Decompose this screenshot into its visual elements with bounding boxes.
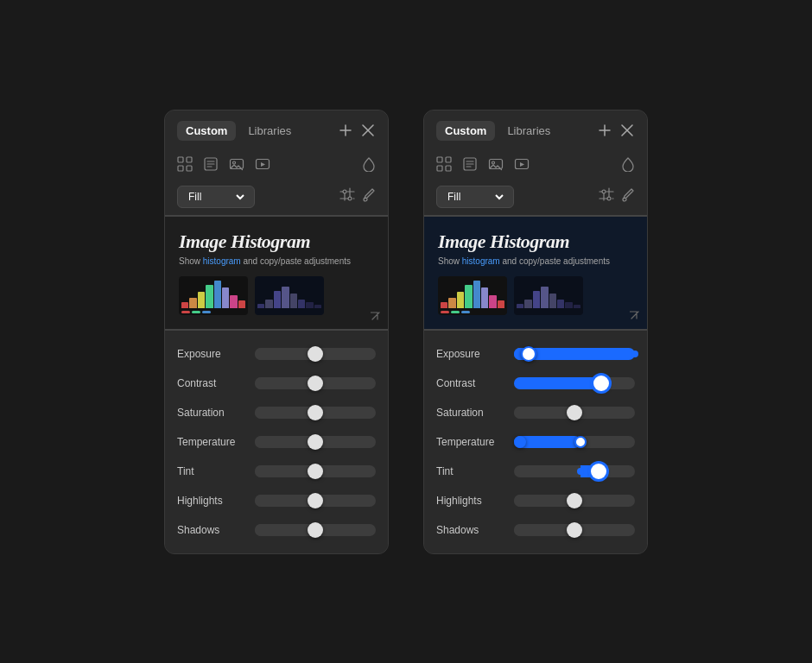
adjust-icon[interactable] — [339, 187, 355, 206]
left-toolbar — [165, 151, 388, 180]
left-preview-wrapper: Image Histogram Show histogram and copy/… — [165, 217, 388, 329]
right-corner-icon — [630, 308, 640, 324]
left-tab-libraries[interactable]: Libraries — [239, 121, 300, 141]
fill-dropdown[interactable]: Fill Stroke — [185, 190, 247, 204]
right-shadows-row: Shadows — [436, 515, 635, 545]
right-eyedropper-icon[interactable] — [621, 187, 635, 206]
panels-container: Custom Libraries — [164, 110, 648, 554]
right-water-icon — [621, 156, 635, 175]
svg-rect-2 — [178, 166, 183, 171]
right-panel: Custom Libraries — [423, 110, 648, 554]
right-adjust-icon[interactable] — [599, 187, 614, 206]
left-panel: Custom Libraries — [164, 110, 389, 554]
left-header-actions — [338, 123, 376, 138]
right-fill-dropdown[interactable]: Fill Stroke — [444, 190, 506, 204]
left-exposure-slider[interactable] — [255, 345, 376, 363]
right-layers-icon[interactable] — [462, 156, 478, 175]
svg-point-17 — [492, 161, 495, 164]
right-saturation-row: Saturation — [436, 398, 635, 427]
left-exposure-label: Exposure — [177, 348, 255, 360]
left-add-button[interactable] — [338, 123, 353, 138]
right-shadows-label: Shadows — [436, 524, 514, 536]
right-exposure-row: Exposure — [436, 339, 635, 369]
left-tint-label: Tint — [177, 465, 255, 477]
right-temperature-slider[interactable] — [514, 433, 635, 451]
left-fill-select[interactable]: Fill Stroke — [177, 186, 255, 208]
left-tint-row: Tint — [177, 457, 376, 486]
svg-rect-13 — [437, 166, 442, 171]
left-shadows-slider[interactable] — [255, 521, 376, 539]
right-play-icon[interactable] — [514, 156, 530, 175]
right-subtitle-prefix: Show — [438, 256, 462, 266]
left-fill-actions — [339, 187, 376, 206]
right-fill-actions — [599, 187, 635, 206]
right-histogram-2 — [514, 276, 583, 315]
left-saturation-label: Saturation — [177, 407, 255, 419]
right-histogram-images — [438, 276, 633, 315]
right-tint-slider[interactable] — [514, 463, 635, 480]
right-grid-icon[interactable] — [436, 156, 452, 175]
right-image-icon[interactable] — [488, 156, 504, 175]
right-contrast-label: Contrast — [436, 377, 514, 389]
svg-rect-14 — [446, 166, 451, 171]
left-shadows-label: Shadows — [177, 524, 255, 536]
right-exposure-label: Exposure — [436, 348, 514, 360]
left-exposure-row: Exposure — [177, 339, 376, 369]
svg-rect-3 — [187, 166, 192, 171]
left-saturation-slider[interactable] — [255, 404, 376, 421]
right-header-actions — [597, 123, 635, 138]
right-temperature-label: Temperature — [436, 436, 514, 448]
right-fill-row: Fill Stroke — [424, 180, 647, 215]
right-preview-title: Image Histogram — [438, 230, 633, 253]
left-tab-custom[interactable]: Custom — [177, 121, 236, 141]
right-highlights-label: Highlights — [436, 495, 514, 507]
subtitle-prefix: Show — [179, 256, 203, 266]
image-icon[interactable] — [229, 156, 244, 175]
left-histogram-images — [179, 276, 374, 315]
right-preview-wrapper: Image Histogram Show histogram and copy/… — [424, 217, 647, 329]
right-tint-row: Tint — [436, 457, 635, 486]
right-tint-label: Tint — [436, 465, 514, 477]
left-shadows-row: Shadows — [177, 515, 376, 545]
svg-point-6 — [233, 161, 236, 164]
right-saturation-slider[interactable] — [514, 404, 635, 421]
left-temperature-slider[interactable] — [255, 433, 376, 451]
right-add-button[interactable] — [597, 123, 612, 138]
right-contrast-slider[interactable] — [514, 375, 635, 392]
right-shadows-slider[interactable] — [514, 521, 635, 539]
left-tint-slider[interactable] — [255, 463, 376, 480]
right-close-button[interactable] — [619, 123, 635, 138]
right-highlights-slider[interactable] — [514, 492, 635, 509]
grid-icon[interactable] — [177, 156, 193, 175]
right-tab-libraries[interactable]: Libraries — [498, 121, 559, 141]
left-highlights-slider[interactable] — [255, 492, 376, 509]
right-contrast-row: Contrast — [436, 369, 635, 398]
subtitle-suffix: and copy/paste adjustments — [241, 256, 351, 266]
eyedropper-icon[interactable] — [362, 187, 376, 206]
left-fill-row: Fill Stroke — [165, 180, 388, 215]
right-exposure-slider[interactable] — [514, 345, 635, 363]
right-preview-area: Image Histogram Show histogram and copy/… — [424, 217, 647, 329]
right-subtitle-link[interactable]: histogram — [462, 256, 500, 266]
left-preview-area: Image Histogram Show histogram and copy/… — [165, 217, 388, 329]
left-contrast-label: Contrast — [177, 377, 255, 389]
subtitle-link[interactable]: histogram — [203, 256, 241, 266]
left-temperature-row: Temperature — [177, 427, 376, 457]
svg-rect-11 — [437, 157, 442, 162]
left-temperature-label: Temperature — [177, 436, 255, 448]
left-contrast-slider[interactable] — [255, 375, 376, 392]
right-histogram-1 — [438, 276, 507, 315]
left-preview-subtitle: Show histogram and copy/paste adjustment… — [179, 256, 374, 268]
right-temperature-row: Temperature — [436, 427, 635, 457]
right-tab-custom[interactable]: Custom — [436, 121, 495, 141]
play-icon[interactable] — [255, 156, 270, 175]
right-controls: Exposure Contrast — [424, 331, 647, 553]
right-fill-select[interactable]: Fill Stroke — [436, 186, 514, 208]
left-close-button[interactable] — [360, 123, 376, 138]
right-subtitle-suffix: and copy/paste adjustments — [500, 256, 610, 266]
layers-icon[interactable] — [203, 156, 219, 175]
svg-rect-1 — [187, 157, 192, 162]
right-saturation-label: Saturation — [436, 407, 514, 419]
left-histogram-1 — [179, 276, 248, 315]
left-panel-header: Custom Libraries — [165, 110, 388, 151]
